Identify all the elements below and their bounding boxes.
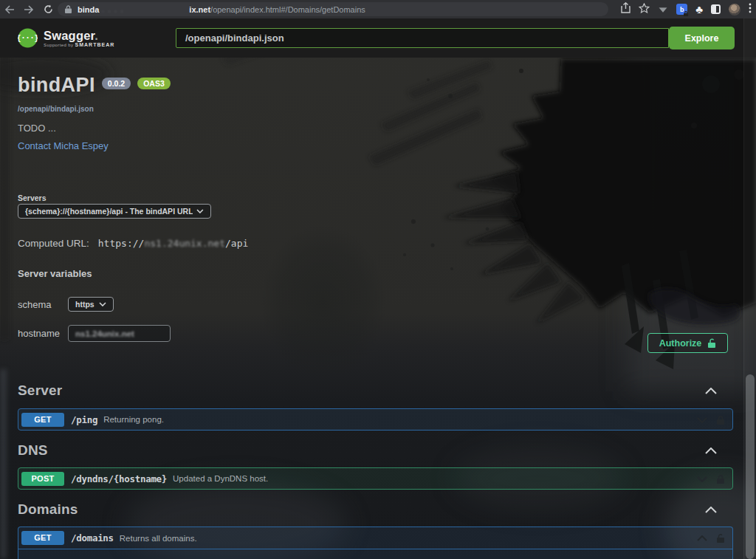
api-info: bindAPI 0.0.2 OAS3: [18, 75, 171, 95]
swagger-content: bindAPI 0.0.2 OAS3 /openapi/bindapi.json…: [0, 0, 756, 559]
lock-icon[interactable]: [717, 416, 725, 425]
computed-url-host: ns1.24unix.net: [144, 238, 225, 249]
computed-url-path: /api: [225, 238, 248, 249]
computed-url-value: https://ns1.24unix.net/api: [98, 238, 249, 249]
lock-icon[interactable]: [717, 475, 725, 484]
share-icon[interactable]: [621, 2, 630, 16]
collapse-chevron-icon[interactable]: [697, 535, 707, 541]
section-dns[interactable]: DNS: [18, 442, 733, 459]
api-description: TODO ...: [18, 123, 56, 134]
browser-toolbar: binda .... ix.net /openapi/index.html#/D…: [0, 0, 756, 18]
smartbear-tagline: Supported by SMARTBEAR: [44, 42, 114, 47]
operation-summary: Updated a DynDNS host.: [173, 474, 268, 483]
hostname-variable-row: hostname ns1.24unix.net: [18, 325, 171, 342]
api-title: bindAPI: [18, 75, 95, 95]
expand-chevron-icon[interactable]: [697, 476, 707, 482]
adblock-extension-icon[interactable]: ♣: [695, 4, 703, 15]
schema-select[interactable]: https: [68, 297, 114, 312]
method-badge: GET: [21, 531, 64, 545]
schema-label: schema: [18, 299, 68, 310]
operation-path: /domains: [71, 532, 114, 543]
operation-summary: Returns all domains.: [120, 534, 197, 543]
spec-link[interactable]: /openapi/bindapi.json: [18, 105, 94, 113]
collapse-chevron-icon[interactable]: [705, 507, 717, 513]
bookmark-star-icon[interactable]: [639, 3, 650, 16]
section-domains[interactable]: Domains: [18, 501, 733, 518]
section-title-server: Server: [18, 383, 62, 399]
server-select[interactable]: {schema}://{hostname}/api - The bindAPI …: [18, 204, 211, 219]
chevron-down-icon: [196, 209, 204, 213]
contact-link[interactable]: Contact Micha Espey: [18, 140, 109, 151]
swagger-logo-icon: {···}: [18, 28, 38, 48]
forward-button[interactable]: [19, 0, 38, 18]
unlock-icon[interactable]: [717, 534, 725, 543]
operation-post-dyndns[interactable]: POST /dyndns/{hostname} Updated a DynDNS…: [18, 467, 733, 490]
reload-button[interactable]: [38, 0, 58, 18]
hostname-input[interactable]: ns1.24unix.net: [68, 325, 171, 342]
server-select-value: {schema}://{hostname}/api - The bindAPI …: [25, 207, 193, 216]
swagger-topbar: {···} Swagger. Supported by SMARTBEAR /o…: [0, 18, 756, 58]
swagger-wordmark: Swagger.: [44, 30, 114, 41]
method-badge: GET: [21, 413, 64, 427]
extension-dropdown-icon[interactable]: [658, 3, 668, 16]
computed-url-label: Computed URL:: [18, 238, 89, 249]
expand-chevron-icon[interactable]: [697, 417, 707, 423]
section-server[interactable]: Server: [18, 383, 733, 399]
operation-summary: Returning pong.: [103, 415, 164, 424]
method-badge: POST: [21, 472, 64, 486]
operation-path: /ping: [71, 414, 97, 425]
server-variables-label: Server variables: [18, 268, 92, 279]
profile-avatar[interactable]: [729, 4, 740, 16]
section-title-dns: DNS: [18, 442, 48, 459]
collapse-chevron-icon[interactable]: [705, 447, 717, 454]
explore-button[interactable]: Explore: [669, 27, 735, 49]
url-domain: ix.net: [189, 5, 210, 14]
collapse-chevron-icon[interactable]: [705, 388, 717, 394]
servers-label: Servers: [18, 193, 47, 202]
darkmode-extension-icon[interactable]: [711, 4, 721, 14]
url-domain-prefix: binda: [78, 5, 99, 14]
spec-url-input[interactable]: /openapi/bindapi.json: [176, 28, 669, 48]
lock-icon: [65, 5, 72, 13]
back-button[interactable]: [0, 0, 19, 18]
hostname-label: hostname: [18, 328, 68, 339]
url-redacted: ....: [99, 6, 189, 13]
computed-url-scheme: https://: [98, 238, 145, 249]
svg-text:{···}: {···}: [18, 34, 38, 42]
schema-select-value: https: [75, 300, 94, 309]
operation-controls: [697, 409, 725, 431]
computed-url-row: Computed URL: https://ns1.24unix.net/api: [18, 238, 248, 249]
screen: binda .... ix.net /openapi/index.html#/D…: [0, 0, 756, 559]
chevron-down-icon: [99, 302, 106, 306]
schema-variable-row: schema https: [18, 297, 114, 312]
url-path: /openapi/index.html#/Domains/getDomains: [210, 5, 365, 14]
operation-get-domains[interactable]: GET /domains Returns all domains.: [18, 527, 733, 559]
operation-get-ping[interactable]: GET /ping Returning pong.: [18, 408, 733, 431]
operation-controls: [697, 468, 725, 490]
toolbar-actions: b ♣: [621, 0, 752, 18]
oas3-badge: OAS3: [137, 78, 171, 89]
address-bar[interactable]: binda .... ix.net /openapi/index.html#/D…: [58, 2, 608, 16]
scrollbar-thumb[interactable]: [746, 374, 755, 559]
hostname-input-value: ns1.24unix.net: [75, 329, 134, 338]
spec-url-value: /openapi/bindapi.json: [185, 32, 284, 44]
authorize-label: Authorize: [659, 338, 702, 349]
unlock-icon: [708, 338, 716, 349]
operation-path: /dyndns/{hostname}: [71, 473, 167, 484]
swagger-logo: {···} Swagger. Supported by SMARTBEAR: [18, 28, 114, 48]
authorize-button[interactable]: Authorize: [647, 333, 728, 353]
menu-dots-icon[interactable]: [749, 3, 752, 16]
password-extension-icon[interactable]: b: [676, 4, 687, 15]
operation-controls: [697, 527, 725, 549]
version-badge: 0.0.2: [102, 78, 131, 89]
scrollbar-track[interactable]: [743, 18, 756, 559]
section-title-domains: Domains: [18, 501, 78, 518]
